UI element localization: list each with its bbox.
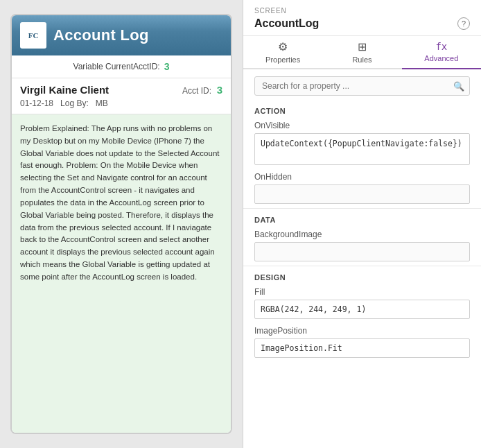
phone-header: FC Account Log: [12, 15, 231, 55]
client-meta: 01-12-18 Log By: MB: [20, 98, 222, 108]
search-icon: 🔍: [453, 81, 464, 92]
tab-rules-label: Rules: [352, 55, 371, 64]
content-area: Problem Explained: The App runs with no …: [12, 114, 231, 433]
right-panel: SCREEN AccountLog ? ⚙ Properties ⊞ Rules…: [243, 0, 481, 448]
variable-bar: Variable CurrentAcctID: 3: [12, 55, 231, 78]
on-visible-label: OnVisible: [243, 118, 481, 132]
divider-1: [243, 208, 481, 209]
tab-advanced[interactable]: fx Advanced: [402, 36, 481, 69]
panel-content: ACTION OnVisible UpdateContext({PopupCli…: [243, 103, 481, 448]
tab-properties-label: Properties: [265, 55, 300, 64]
screen-title: AccountLog: [254, 17, 319, 30]
on-visible-value[interactable]: UpdateContext({PopupClientNavigate:false…: [254, 133, 470, 165]
variable-value: 3: [164, 61, 170, 72]
tab-rules[interactable]: ⊞ Rules: [322, 36, 401, 69]
acct-id-section: Acct ID: 3: [182, 84, 222, 96]
screen-title-row: AccountLog ?: [243, 16, 481, 36]
acct-id-value: 3: [217, 84, 222, 96]
client-info: Virgil Kaine Client Acct ID: 3 01-12-18 …: [12, 78, 231, 114]
on-hidden-value[interactable]: [254, 184, 470, 204]
search-input[interactable]: [254, 76, 470, 96]
search-bar: 🔍: [254, 76, 470, 96]
on-hidden-label: OnHidden: [243, 169, 481, 183]
fill-value[interactable]: RGBA(242, 244, 249, 1): [254, 300, 470, 319]
variable-label: Variable CurrentAcctID:: [73, 62, 160, 71]
fill-label: Fill: [243, 284, 481, 298]
advanced-icon: fx: [435, 42, 447, 51]
image-position-label: ImagePosition: [243, 323, 481, 337]
left-panel: FC Account Log Variable CurrentAcctID: 3…: [0, 0, 243, 448]
app-title: Account Log: [53, 26, 149, 44]
content-text: Problem Explained: The App runs with no …: [20, 123, 222, 284]
phone-frame: FC Account Log Variable CurrentAcctID: 3…: [10, 14, 232, 434]
image-position-value[interactable]: ImagePosition.Fit: [254, 338, 470, 358]
tabs-row: ⚙ Properties ⊞ Rules fx Advanced: [243, 36, 481, 69]
background-image-value[interactable]: [254, 242, 470, 261]
action-section-header: ACTION: [243, 103, 481, 118]
log-by-label: Log By:: [60, 98, 89, 108]
tab-properties[interactable]: ⚙ Properties: [243, 36, 322, 69]
background-image-label: BackgroundImage: [243, 227, 481, 241]
acct-id-label: Acct ID:: [182, 86, 211, 96]
help-icon[interactable]: ?: [457, 17, 470, 30]
app-logo: FC: [20, 22, 46, 49]
properties-icon: ⚙: [278, 42, 288, 53]
client-date: 01-12-18: [20, 98, 53, 108]
data-section-header: DATA: [243, 212, 481, 227]
client-name-row: Virgil Kaine Client Acct ID: 3: [20, 84, 222, 96]
design-section-header: DESIGN: [243, 269, 481, 284]
screen-label: SCREEN: [243, 0, 481, 16]
client-name: Virgil Kaine Client: [20, 84, 109, 96]
tab-advanced-label: Advanced: [424, 54, 458, 62]
rules-icon: ⊞: [358, 42, 367, 53]
divider-2: [243, 266, 481, 266]
log-by-value: MB: [96, 98, 108, 108]
